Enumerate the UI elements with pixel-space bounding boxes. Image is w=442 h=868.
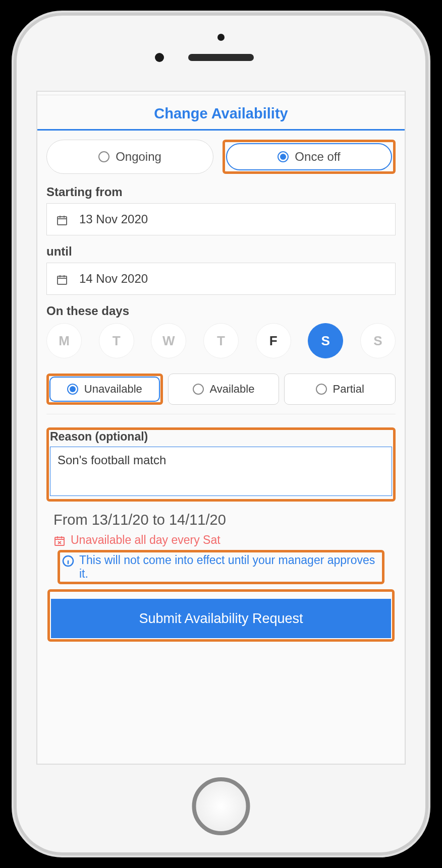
- status-segment: Unavailable Available Partial: [46, 374, 396, 414]
- highlight-info: This will not come into effect until you…: [58, 550, 384, 584]
- power-button: [428, 174, 430, 234]
- summary-block: From 13/11/20 to 14/11/20 Unavailable al…: [46, 502, 396, 584]
- phone-device-frame: Change Availability Ongoing Once off Sta…: [12, 11, 430, 857]
- day-fri[interactable]: F: [256, 323, 291, 358]
- calendar-x-icon: [53, 533, 66, 547]
- days-row: M T W T F S S: [46, 323, 396, 358]
- volume-up-button: [12, 189, 14, 244]
- until-date-label: until: [46, 244, 396, 259]
- status-available-label: Available: [210, 383, 255, 396]
- until-date-input[interactable]: 14 Nov 2020: [46, 263, 396, 295]
- svg-rect-2: [55, 537, 64, 545]
- front-camera: [155, 53, 164, 62]
- summary-range: From 13/11/20 to 14/11/20: [53, 512, 389, 528]
- day-tue[interactable]: T: [99, 323, 134, 358]
- radio-icon: [278, 151, 289, 162]
- highlight-reason: Reason (optional): [46, 427, 396, 502]
- svg-rect-1: [58, 276, 67, 284]
- status-available[interactable]: Available: [168, 374, 280, 405]
- until-date-value: 14 Nov 2020: [79, 272, 148, 286]
- once-off-label: Once off: [295, 150, 340, 164]
- once-off-option[interactable]: Once off: [226, 143, 392, 170]
- earpiece-speaker: [188, 54, 254, 61]
- highlight-submit: Submit Availability Request: [47, 589, 395, 642]
- ongoing-label: Ongoing: [116, 150, 161, 164]
- info-icon: [62, 553, 74, 567]
- reason-label: Reason (optional): [50, 430, 392, 444]
- calendar-icon: [56, 212, 68, 226]
- start-date-input[interactable]: 13 Nov 2020: [46, 203, 396, 235]
- radio-icon: [193, 384, 204, 395]
- day-sun[interactable]: S: [360, 323, 396, 358]
- start-date-label: Starting from: [46, 185, 396, 199]
- day-mon[interactable]: M: [46, 323, 82, 358]
- radio-icon: [67, 384, 78, 395]
- svg-rect-0: [58, 217, 67, 225]
- highlight-unavailable: Unavailable: [46, 374, 163, 405]
- days-label: On these days: [46, 304, 396, 318]
- day-sat[interactable]: S: [308, 323, 343, 358]
- volume-down-button: [12, 255, 14, 310]
- summary-info-text: This will not come into effect until you…: [79, 553, 380, 581]
- highlight-once-off: Once off: [223, 140, 396, 174]
- home-button[interactable]: [192, 777, 250, 835]
- summary-status-text: Unavailable all day every Sat: [71, 533, 220, 547]
- frequency-segment: Ongoing Once off: [46, 140, 396, 174]
- summary-status-line: Unavailable all day every Sat: [53, 533, 389, 547]
- mute-switch: [12, 129, 14, 159]
- phone-screen: Change Availability Ongoing Once off Sta…: [36, 91, 406, 765]
- page-title: Change Availability: [37, 95, 405, 131]
- submit-button[interactable]: Submit Availability Request: [51, 599, 391, 638]
- radio-icon: [316, 384, 327, 395]
- status-unavailable-label: Unavailable: [84, 383, 142, 396]
- radio-icon: [98, 151, 109, 162]
- proximity-sensor: [217, 34, 225, 41]
- ongoing-option[interactable]: Ongoing: [46, 140, 213, 174]
- reason-input[interactable]: [50, 447, 392, 496]
- phone-top-area: [14, 13, 428, 78]
- start-date-value: 13 Nov 2020: [79, 212, 148, 226]
- status-unavailable[interactable]: Unavailable: [49, 377, 160, 402]
- status-partial[interactable]: Partial: [284, 374, 396, 405]
- day-thu[interactable]: T: [203, 323, 239, 358]
- calendar-icon: [56, 272, 68, 286]
- status-partial-label: Partial: [333, 383, 364, 396]
- summary-info-line: This will not come into effect until you…: [60, 552, 382, 582]
- day-wed[interactable]: W: [151, 323, 186, 358]
